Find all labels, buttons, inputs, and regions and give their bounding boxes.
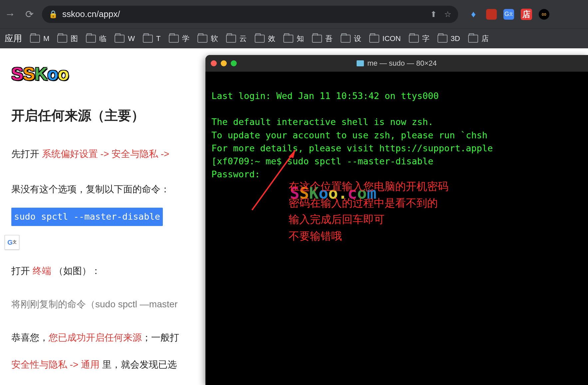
- url-text: sskoo.cn/appx/: [62, 9, 426, 19]
- bookmark-folder[interactable]: 临: [86, 34, 107, 44]
- terminal-window: me — sudo — 80×24 Last login: Wed Jan 11…: [205, 55, 588, 385]
- minimize-icon[interactable]: [221, 60, 227, 66]
- highlighted-command[interactable]: sudo spctl --master-disable: [11, 208, 163, 226]
- folder-icon: [369, 35, 379, 43]
- term-line-shell2: To update your account to use zsh, pleas…: [211, 130, 487, 140]
- share-icon[interactable]: ⬆︎: [430, 10, 437, 19]
- terminal-body[interactable]: Last login: Wed Jan 11 10:53:42 on ttys0…: [205, 72, 588, 385]
- folder-icon: [57, 35, 67, 43]
- bookmarks-bar: 应用 M 图 临 W T 学 软 云 效 知 吾 设 ICON 字 3D 店: [0, 28, 588, 48]
- folder-icon: [197, 35, 207, 43]
- terminal-titlebar[interactable]: me — sudo — 80×24: [205, 55, 588, 72]
- term-line-shell3: For more details, please visit https://s…: [211, 143, 493, 153]
- ext-store-icon[interactable]: 店: [521, 9, 532, 20]
- address-bar[interactable]: 🔒 sskoo.cn/appx/ ⬆︎ ☆: [42, 6, 458, 23]
- bookmark-folder[interactable]: ICON: [369, 34, 401, 43]
- bookmark-folder[interactable]: 知: [283, 34, 304, 44]
- folder-icon: [468, 35, 478, 43]
- folder-icon: [312, 35, 322, 43]
- zoom-icon[interactable]: [231, 60, 237, 66]
- folder-icon: [255, 35, 265, 43]
- star-icon[interactable]: ☆: [444, 10, 451, 19]
- ext-translate-icon[interactable]: G文: [503, 9, 514, 20]
- close-icon[interactable]: [211, 60, 217, 66]
- translate-float-icon[interactable]: G文: [5, 235, 19, 250]
- folder-icon: [169, 35, 179, 43]
- folder-icon: [226, 35, 236, 43]
- folder-icon: [283, 35, 293, 43]
- bookmark-folder[interactable]: T: [143, 34, 160, 43]
- bookmark-folder[interactable]: 软: [197, 34, 218, 44]
- bookmark-folder[interactable]: 设: [341, 34, 361, 44]
- reload-icon[interactable]: ⟳: [23, 8, 36, 20]
- folder-icon: [143, 35, 153, 43]
- term-line-shell1: The default interactive shell is now zsh…: [211, 117, 433, 127]
- terminal-title: me — sudo — 80×24: [205, 59, 588, 68]
- folder-icon: [30, 35, 40, 43]
- folder-icon: [115, 35, 125, 43]
- browser-toolbar: → ⟳ 🔒 sskoo.cn/appx/ ⬆︎ ☆ ♦ G文 店 ∞: [0, 0, 588, 28]
- ext-infinity-icon[interactable]: ∞: [539, 9, 549, 20]
- bookmark-folder[interactable]: 吾: [312, 34, 333, 44]
- bookmark-folder[interactable]: 云: [226, 34, 247, 44]
- folder-icon: [438, 35, 447, 43]
- folder-icon: [409, 35, 419, 43]
- ext-adblock-icon[interactable]: [486, 9, 497, 20]
- bookmark-folder[interactable]: 店: [468, 34, 489, 44]
- bookmark-folder[interactable]: 效: [255, 34, 275, 44]
- folder-icon: [357, 60, 364, 66]
- annotation-text: 在这个位置输入您电脑的开机密码 密码在输入的过程中是看不到的 输入完成后回车即可…: [289, 178, 448, 244]
- bookmark-folder[interactable]: M: [30, 34, 49, 43]
- red-steps-text: 系统偏好设置 -> 安全与隐私 ->: [42, 149, 169, 159]
- term-line-lastlogin: Last login: Wed Jan 11 10:53:42 on ttys0…: [211, 91, 439, 101]
- lock-icon: 🔒: [49, 10, 58, 19]
- bookmark-apps-label[interactable]: 应用: [5, 33, 22, 44]
- bookmark-folder[interactable]: 3D: [438, 34, 460, 43]
- bookmark-folder[interactable]: W: [115, 34, 135, 43]
- ext-diamond-icon[interactable]: ♦: [467, 8, 479, 20]
- bookmark-folder[interactable]: 学: [169, 34, 189, 44]
- nav-forward-icon[interactable]: →: [3, 8, 17, 20]
- folder-icon: [341, 35, 351, 43]
- extension-icons: ♦ G文 店 ∞: [464, 8, 549, 20]
- address-actions: ⬆︎ ☆: [430, 10, 451, 19]
- traffic-lights: [211, 60, 237, 66]
- bookmark-folder[interactable]: 图: [57, 34, 78, 44]
- bookmark-folder[interactable]: 字: [409, 34, 430, 44]
- folder-icon: [86, 35, 96, 43]
